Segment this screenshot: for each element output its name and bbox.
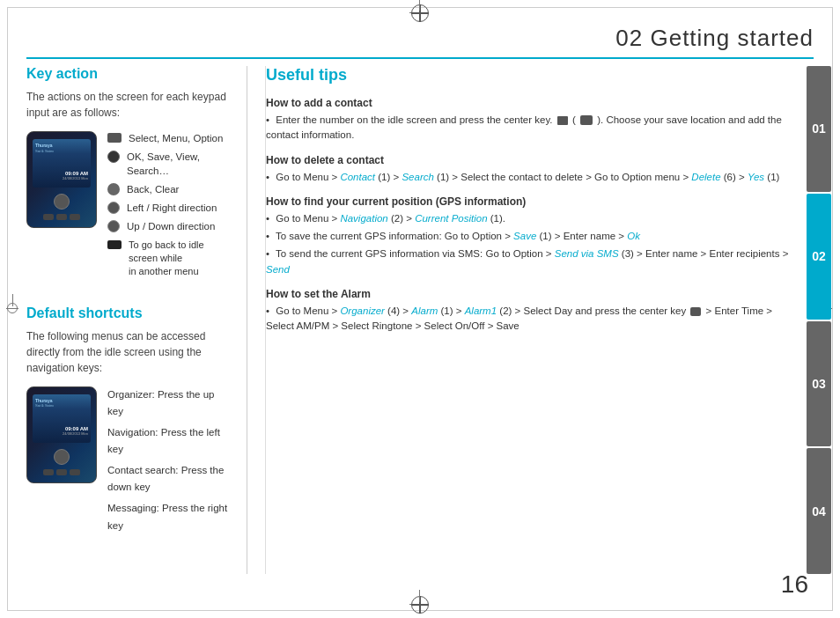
phone-screen-2: Thuraya Sat & Satex 09:09 AM 24/08/2013 … bbox=[33, 394, 91, 443]
tip-body-gps-2: • To save the current GPS information: G… bbox=[266, 229, 800, 244]
tip-body-gps-1: • Go to Menu > Navigation (2) > Current … bbox=[266, 211, 800, 226]
tip-body-add-contact: • Enter the number on the idle screen an… bbox=[266, 113, 800, 143]
key-icon-lr bbox=[107, 202, 120, 214]
default-shortcuts-intro: The following menus can be accessed dire… bbox=[26, 328, 229, 376]
key-item-idle: To go back to idle screen whilein anothe… bbox=[107, 239, 229, 279]
default-shortcuts-section: Default shortcuts The following menus ca… bbox=[26, 305, 229, 534]
column-divider bbox=[247, 66, 247, 574]
sidebar-num-01[interactable]: 01 bbox=[807, 66, 831, 192]
key-item-lr: Left / Right direction bbox=[107, 201, 229, 215]
tip-body-alarm: • Go to Menu > Organizer (4) > Alarm (1)… bbox=[266, 304, 800, 335]
phone-image-2: Thuraya Sat & Satex 09:09 AM 24/08/2013 … bbox=[26, 386, 97, 483]
phone-time-display-2: 09:09 AM 24/08/2013 Mon bbox=[63, 426, 88, 436]
phone-screen: Thuraya Sat & Satex 09:09 AM 24/08/2013 … bbox=[33, 139, 91, 188]
phone-soft-buttons-2 bbox=[31, 469, 92, 475]
key-item-ud: Up / Down direction bbox=[107, 219, 229, 233]
key-action-section: Key action The actions on the screen for… bbox=[26, 66, 229, 279]
main-content: Key action The actions on the screen for… bbox=[26, 66, 800, 574]
right-column: Useful tips How to add a contact • Enter… bbox=[265, 66, 800, 574]
phone-time-display: 09:09 AM 24/08/2013 Mon bbox=[63, 171, 88, 180]
phone-screen-text-2: Thuraya Sat & Satex bbox=[35, 398, 54, 408]
key-icon-ok bbox=[107, 151, 120, 163]
key-icon-back bbox=[107, 183, 120, 195]
phone-container: Thuraya Sat & Satex 09:09 AM 24/08/2013 … bbox=[26, 131, 229, 279]
tip-heading-gps: How to find your current position (GPS i… bbox=[266, 195, 800, 208]
tip-heading-delete-contact: How to delete a contact bbox=[266, 154, 800, 166]
sidebar-num-03[interactable]: 03 bbox=[807, 321, 831, 447]
save-key-icon bbox=[580, 115, 593, 125]
tip-section-alarm: How to set the Alarm • Go to Menu > Orga… bbox=[266, 288, 800, 335]
shortcut-items-list: Organizer: Press the up key Navigation: … bbox=[107, 386, 229, 534]
alarm-key-icon bbox=[690, 307, 701, 316]
key-action-title: Key action bbox=[26, 66, 229, 82]
page-header: 02 Getting started bbox=[26, 25, 814, 59]
shortcut-item-organizer: Organizer: Press the up key bbox=[107, 386, 229, 421]
key-icon-select bbox=[107, 133, 122, 143]
default-shortcuts-title: Default shortcuts bbox=[26, 305, 229, 321]
center-key-icon bbox=[557, 116, 568, 125]
sidebar-numbers: 01 02 03 04 bbox=[807, 66, 831, 574]
key-item-select: Select, Menu, Option bbox=[107, 131, 229, 145]
shortcut-item-navigation: Navigation: Press the left key bbox=[107, 424, 229, 459]
key-action-intro: The actions on the screen for each keypa… bbox=[26, 89, 229, 121]
key-item-ok: OK, Save, View, Search… bbox=[107, 150, 229, 178]
key-items-list: Select, Menu, Option OK, Save, View, Sea… bbox=[107, 131, 229, 279]
shortcut-item-messaging: Messaging: Press the right key bbox=[107, 500, 229, 534]
shortcut-item-contact: Contact search: Press the down key bbox=[107, 462, 229, 497]
phone-image: Thuraya Sat & Satex 09:09 AM 24/08/2013 … bbox=[26, 131, 97, 228]
useful-tips-title: Useful tips bbox=[266, 66, 800, 85]
phone-screen-text: Thuraya Sat & Satex bbox=[35, 143, 54, 153]
sidebar-num-02[interactable]: 02 bbox=[807, 194, 831, 320]
crosshair-left bbox=[4, 300, 22, 318]
crosshair-bottom bbox=[411, 596, 429, 614]
key-icon-ud bbox=[107, 220, 120, 232]
phone-nav-button-2 bbox=[54, 449, 70, 465]
sidebar-num-04[interactable]: 04 bbox=[807, 448, 831, 574]
key-icon-idle bbox=[107, 240, 122, 249]
crosshair-top bbox=[411, 4, 429, 22]
key-item-back: Back, Clear bbox=[107, 182, 229, 196]
shortcuts-container: Thuraya Sat & Satex 09:09 AM 24/08/2013 … bbox=[26, 386, 229, 534]
left-column: Key action The actions on the screen for… bbox=[26, 66, 229, 574]
page-number: 16 bbox=[781, 570, 808, 599]
tip-heading-alarm: How to set the Alarm bbox=[266, 288, 800, 300]
phone-nav-button bbox=[54, 194, 70, 210]
tip-section-gps: How to find your current position (GPS i… bbox=[266, 195, 800, 277]
page-title: 02 Getting started bbox=[615, 25, 814, 52]
tip-section-delete-contact: How to delete a contact • Go to Menu > C… bbox=[266, 154, 800, 185]
tip-body-gps-3: • To send the current GPS information vi… bbox=[266, 246, 800, 277]
tip-section-add-contact: How to add a contact • Enter the number … bbox=[266, 97, 800, 143]
phone-soft-buttons bbox=[31, 214, 92, 220]
tip-body-delete-contact: • Go to Menu > Contact (1) > Search (1) … bbox=[266, 170, 800, 185]
tip-heading-add-contact: How to add a contact bbox=[266, 97, 800, 109]
